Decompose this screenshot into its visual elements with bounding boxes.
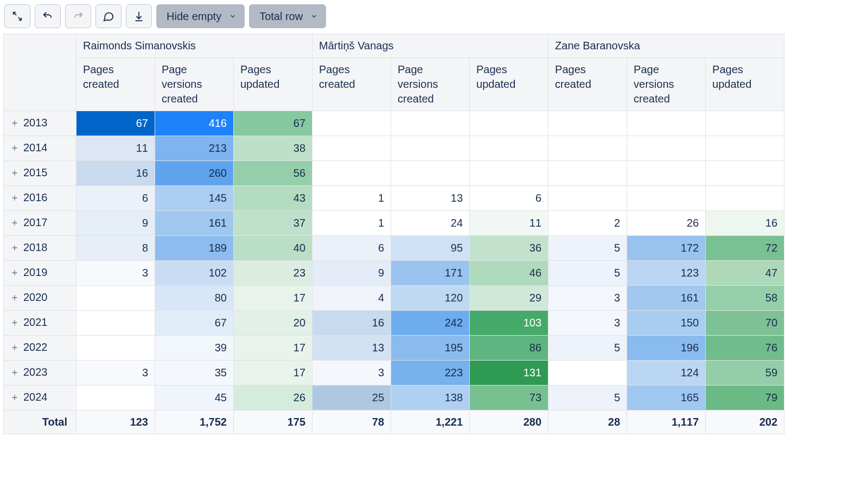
data-cell[interactable]: 161 (155, 211, 234, 236)
data-cell[interactable]: 25 (312, 386, 391, 410)
data-cell[interactable]: 86 (470, 336, 548, 361)
data-cell[interactable]: 416 (155, 111, 234, 136)
data-cell[interactable]: 5 (548, 236, 627, 261)
data-cell[interactable]: 58 (706, 286, 784, 311)
data-cell[interactable] (627, 136, 706, 161)
data-cell[interactable]: 79 (706, 386, 784, 410)
data-cell[interactable] (391, 161, 470, 186)
data-cell[interactable]: 213 (155, 136, 234, 161)
data-cell[interactable]: 172 (627, 236, 706, 261)
data-cell[interactable]: 16 (706, 211, 784, 236)
data-cell[interactable] (548, 361, 627, 386)
export-button[interactable] (126, 4, 152, 28)
data-cell[interactable]: 123 (627, 261, 706, 286)
data-cell[interactable]: 9 (76, 211, 155, 236)
redo-button[interactable] (65, 4, 91, 28)
data-cell[interactable]: 242 (391, 311, 470, 336)
data-cell[interactable]: 26 (627, 211, 706, 236)
data-cell[interactable]: 95 (391, 236, 470, 261)
data-cell[interactable]: 120 (391, 286, 470, 311)
data-cell[interactable]: 103 (470, 311, 548, 336)
row-header-year[interactable]: 2020 (4, 286, 76, 311)
row-header-year[interactable]: 2018 (4, 236, 76, 261)
data-cell[interactable]: 223 (391, 361, 470, 386)
col-metric[interactable]: Page versions created (391, 58, 470, 111)
data-cell[interactable] (706, 111, 784, 136)
data-cell[interactable]: 260 (155, 161, 234, 186)
data-cell[interactable] (548, 111, 627, 136)
data-cell[interactable]: 1 (312, 186, 391, 211)
data-cell[interactable]: 13 (312, 336, 391, 361)
data-cell[interactable]: 56 (234, 161, 312, 186)
row-header-year[interactable]: 2022 (4, 336, 76, 361)
data-cell[interactable] (548, 186, 627, 211)
data-cell[interactable] (391, 111, 470, 136)
data-cell[interactable]: 46 (470, 261, 548, 286)
data-cell[interactable]: 3 (76, 261, 155, 286)
row-header-year[interactable]: 2021 (4, 311, 76, 336)
row-header-year[interactable]: 2014 (4, 136, 76, 161)
col-person-0[interactable]: Raimonds Simanovskis (76, 34, 312, 58)
data-cell[interactable]: 45 (155, 386, 234, 410)
expand-button[interactable] (4, 4, 30, 28)
data-cell[interactable]: 17 (234, 361, 312, 386)
data-cell[interactable] (627, 111, 706, 136)
data-cell[interactable]: 3 (312, 361, 391, 386)
row-header-year[interactable]: 2024 (4, 386, 76, 410)
data-cell[interactable]: 23 (234, 261, 312, 286)
hide-empty-dropdown[interactable]: Hide empty (156, 4, 245, 28)
data-cell[interactable] (548, 136, 627, 161)
row-header-year[interactable]: 2015 (4, 161, 76, 186)
data-cell[interactable]: 5 (548, 261, 627, 286)
comment-button[interactable] (95, 4, 122, 28)
col-metric[interactable]: Pages updated (470, 58, 548, 111)
data-cell[interactable] (470, 136, 548, 161)
data-cell[interactable]: 8 (76, 236, 155, 261)
data-cell[interactable]: 24 (391, 211, 470, 236)
data-cell[interactable] (627, 186, 706, 211)
data-cell[interactable] (76, 286, 155, 311)
data-cell[interactable]: 40 (234, 236, 312, 261)
data-cell[interactable] (76, 386, 155, 410)
data-cell[interactable]: 196 (627, 336, 706, 361)
col-metric[interactable]: Pages created (76, 58, 155, 111)
data-cell[interactable]: 43 (234, 186, 312, 211)
data-cell[interactable]: 131 (470, 361, 548, 386)
data-cell[interactable]: 16 (76, 161, 155, 186)
col-metric[interactable]: Pages updated (706, 58, 784, 111)
data-cell[interactable]: 67 (155, 311, 234, 336)
row-header-year[interactable]: 2019 (4, 261, 76, 286)
data-cell[interactable]: 171 (391, 261, 470, 286)
data-cell[interactable]: 29 (470, 286, 548, 311)
data-cell[interactable]: 37 (234, 211, 312, 236)
col-metric[interactable]: Page versions created (155, 58, 234, 111)
data-cell[interactable]: 138 (391, 386, 470, 410)
data-cell[interactable]: 5 (548, 336, 627, 361)
data-cell[interactable]: 195 (391, 336, 470, 361)
data-cell[interactable]: 5 (548, 386, 627, 410)
data-cell[interactable] (391, 136, 470, 161)
data-cell[interactable]: 1 (312, 211, 391, 236)
data-cell[interactable]: 4 (312, 286, 391, 311)
total-row-dropdown[interactable]: Total row (249, 4, 326, 28)
row-header-year[interactable]: 2013 (4, 111, 76, 136)
row-header-year[interactable]: 2017 (4, 211, 76, 236)
col-metric[interactable]: Pages created (548, 58, 627, 111)
data-cell[interactable]: 39 (155, 336, 234, 361)
data-cell[interactable] (312, 136, 391, 161)
data-cell[interactable]: 161 (627, 286, 706, 311)
data-cell[interactable] (470, 111, 548, 136)
data-cell[interactable] (312, 111, 391, 136)
data-cell[interactable]: 189 (155, 236, 234, 261)
col-metric[interactable]: Pages created (312, 58, 391, 111)
col-metric[interactable]: Page versions created (627, 58, 706, 111)
data-cell[interactable]: 150 (627, 311, 706, 336)
data-cell[interactable]: 59 (706, 361, 784, 386)
data-cell[interactable] (470, 161, 548, 186)
data-cell[interactable] (706, 161, 784, 186)
col-person-1[interactable]: Mārtiņš Vanags (312, 34, 548, 58)
data-cell[interactable] (706, 186, 784, 211)
data-cell[interactable]: 73 (470, 386, 548, 410)
data-cell[interactable]: 13 (391, 186, 470, 211)
data-cell[interactable]: 16 (312, 311, 391, 336)
